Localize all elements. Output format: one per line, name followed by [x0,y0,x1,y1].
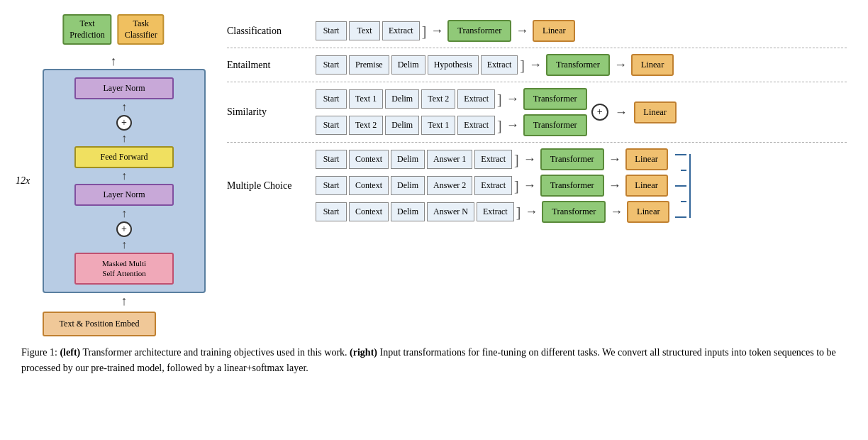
entailment-row: Start Premise Delim Hypothesis Extract ]… [316,54,847,76]
linear-classification: Linear [533,20,575,42]
token-context-mc2: Context [349,176,389,195]
token-extract-mc1: Extract [474,150,512,169]
token-delim-mc1: Delim [391,150,425,169]
bracket-mc1: ] [514,153,519,167]
token-start-mc2: Start [316,176,347,195]
text-prediction-box: TextPrediction [62,14,111,45]
token-delim-s2: Delim [385,116,419,135]
arrow-up-2: ↑ [121,133,127,144]
task-similarity: Similarity Start Text 1 Delim Text 2 Ext… [227,82,847,143]
token-start-mc1: Start [316,150,347,169]
task-classifier-box: TaskClassifier [118,14,165,45]
task-entailment: Entailment Start Premise Delim Hypothesi… [227,48,847,82]
token-start-e: Start [316,55,347,75]
token-delim-s1: Delim [385,89,419,109]
caption-left-text: Transformer architecture and training ob… [80,347,350,358]
caption-right-bold: (right) [350,347,377,358]
token-text1-s1: Text 1 [349,89,383,109]
token-extract-e: Extract [481,55,518,75]
token-text2-s2: Text 2 [349,116,383,135]
arrow-s2: → [506,118,519,133]
transformer-mc2: Transformer [540,175,604,197]
arrow-down-embed: ↑ [43,295,206,307]
token-extract-s2: Extract [457,116,495,135]
transformer-mc3: Transformer [542,201,606,223]
arrow-up-5: ↑ [121,239,127,251]
linear-mc3: Linear [627,201,669,223]
token-extract: Extract [382,21,420,40]
token-context-mc3: Context [349,202,389,221]
token-text1-s2: Text 1 [421,116,455,135]
figure-container: TextPrediction TaskClassifier ↑ 12x Laye… [21,14,847,376]
entailment-label: Entailment [227,60,308,71]
arrow-mc1-linear: → [608,152,621,167]
layer-norm-top: Layer Norm [74,77,174,99]
token-answern: Answer N [427,202,474,221]
arrow-mc2-linear: → [608,178,621,193]
attention-box: Masked MultiSelf Attention [74,253,174,285]
token-start-mc3: Start [316,202,347,221]
bracket-right-e: ] [520,58,525,72]
token-context-mc1: Context [349,150,389,169]
right-diagram: Classification Start Text Extract ] → Tr… [227,14,847,229]
main-block: Layer Norm ↑ + ↑ Feed Forward ↑ Layer No… [43,69,206,293]
arrow-up-4: ↑ [121,208,127,219]
caption-left-bold: (left) [60,347,80,358]
diagrams-row: TextPrediction TaskClassifier ↑ 12x Laye… [21,14,847,336]
mc-row2: Start Context Delim Answer 2 Extract ] →… [316,175,669,197]
arrow-down-output: ↑ [21,55,206,67]
linear-similarity: Linear [634,101,677,123]
classification-row: Start Text Extract ] → Transformer → Lin… [316,20,847,42]
multiple-choice-content: Start Context Delim Answer 1 Extract ] →… [316,148,847,223]
entailment-content: Start Premise Delim Hypothesis Extract ]… [316,54,847,76]
token-hypothesis: Hypothesis [428,55,479,75]
arrow-to-linear: → [516,23,528,38]
left-inner-col: Layer Norm ↑ + ↑ Feed Forward ↑ Layer No… [52,77,196,285]
token-delim-e: Delim [391,55,425,75]
layer-norm-bottom: Layer Norm [74,184,174,206]
classification-content: Start Text Extract ] → Transformer → Lin… [316,20,847,42]
arrow-to-transformer: → [430,23,443,38]
transformer-classification: Transformer [447,20,511,42]
mc-row1: Start Context Delim Answer 1 Extract ] →… [316,148,669,170]
similarity-row2: Start Text 2 Delim Text 1 Extract ] → Tr… [316,114,587,136]
plus-circle-bottom: + [116,221,132,237]
linear-entailment: Linear [631,54,674,76]
token-delim-mc3: Delim [391,202,425,221]
arrow-up-1: ↑ [121,101,127,113]
token-answer1: Answer 1 [427,150,472,169]
bracket-mc2: ] [514,179,519,193]
mc-row3: Start Context Delim Answer N Extract ] →… [316,201,669,223]
plus-circle-top: + [116,115,132,131]
arrow-s1: → [506,92,519,106]
token-premise: Premise [349,55,389,75]
bracket-mc3: ] [516,205,521,219]
similarity-content: Start Text 1 Delim Text 2 Extract ] → Tr… [316,88,847,136]
output-boxes: TextPrediction TaskClassifier [62,14,164,45]
linear-mc2: Linear [625,175,668,197]
token-text: Text [349,21,380,40]
arrow-e-transformer: → [529,57,542,72]
feed-forward-box: Feed Forward [74,146,174,168]
bracket-s1: ] [497,92,502,106]
similarity-row1: Start Text 1 Delim Text 2 Extract ] → Tr… [316,88,587,110]
token-extract-mc2: Extract [474,176,512,195]
caption-figure-num: Figure 1: [21,347,57,358]
arrow-mc3: → [525,204,538,219]
bracket-s2: ] [497,119,502,133]
task-multiple-choice: Multiple Choice Start Context Delim Answ… [227,143,847,229]
classification-label: Classification [227,26,308,37]
token-start: Start [316,21,347,40]
left-diagram: TextPrediction TaskClassifier ↑ 12x Laye… [21,14,206,336]
linear-mc1: Linear [625,148,668,170]
arrow-s-linear: → [615,105,628,120]
plus-similarity: + [591,104,608,121]
transformer-s2: Transformer [523,114,587,136]
token-start-s2: Start [316,116,347,135]
similarity-label: Similarity [227,106,308,118]
arrow-mc3-linear: → [610,204,623,219]
bracket-right: ] [422,24,427,38]
repeat-label: 12x [16,175,30,187]
task-classification: Classification Start Text Extract ] → Tr… [227,14,847,48]
token-start-s1: Start [316,89,347,109]
